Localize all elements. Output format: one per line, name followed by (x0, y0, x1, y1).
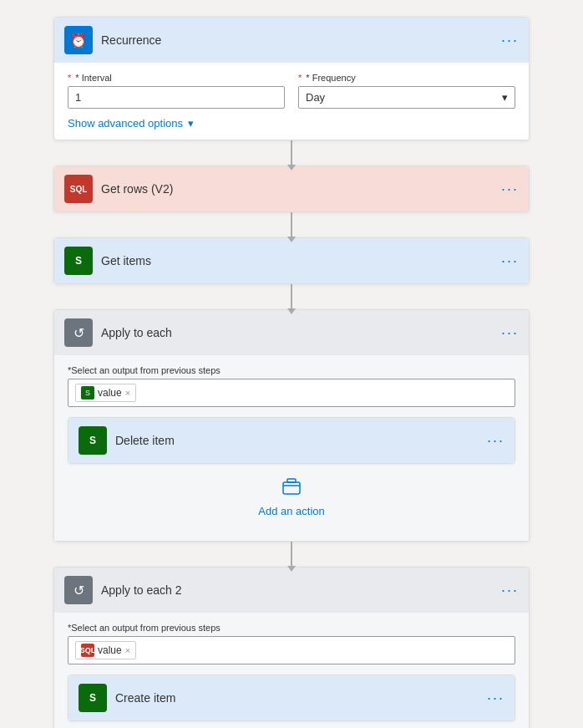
frequency-select[interactable]: Day ▾ (298, 86, 515, 109)
apply-each-header: ↺ Apply to each ··· (54, 310, 529, 355)
create-item-icon: S (79, 684, 107, 712)
svg-rect-2 (287, 479, 296, 482)
get-items-title: Get items (101, 254, 493, 267)
token-remove-1[interactable]: × (125, 388, 130, 398)
show-advanced-toggle[interactable]: Show advanced options ▾ (68, 117, 515, 130)
recurrence-icon: ⏰ (64, 26, 93, 54)
get-rows-icon: SQL (64, 175, 93, 203)
frequency-required: * (298, 73, 302, 83)
apply-each2-body: *Select an output from previous steps SQ… (54, 613, 529, 728)
recurrence-card: ⏰ Recurrence ··· * * Interval * * Freque… (53, 17, 530, 140)
get-rows-title: Get rows (V2) (101, 182, 493, 196)
select-output-label: *Select an output from previous steps (68, 365, 515, 375)
recurrence-header: ⏰ Recurrence ··· (54, 18, 529, 63)
chevron-down-icon: ▾ (188, 117, 194, 130)
connector-3 (291, 284, 292, 309)
connector-4 (291, 542, 292, 567)
apply-each-body: *Select an output from previous steps S … (54, 355, 529, 541)
apply-each2-card: ↺ Apply to each 2 ··· *Select an output … (53, 567, 530, 728)
frequency-label: * * Frequency (298, 73, 515, 83)
interval-label: * * Interval (68, 73, 285, 83)
create-item-title: Create item (115, 691, 479, 705)
delete-item-menu[interactable]: ··· (487, 432, 504, 450)
add-action-button[interactable]: Add an action (68, 464, 515, 531)
connector-1 (291, 140, 292, 165)
apply-each2-header: ↺ Apply to each 2 ··· (54, 568, 529, 613)
apply-each2-menu[interactable]: ··· (501, 582, 519, 599)
create-item-header: S Create item ··· (68, 675, 515, 720)
show-advanced-label: Show advanced options (68, 117, 183, 130)
get-rows-card: SQL Get rows (V2) ··· (53, 165, 530, 212)
token-input-2[interactable]: SQL value × (68, 636, 515, 664)
create-item-menu[interactable]: ··· (487, 690, 504, 707)
value-token-2: SQL value × (75, 641, 136, 659)
delete-item-card: S Delete item ··· (68, 417, 515, 464)
get-rows-header: SQL Get rows (V2) ··· (54, 166, 529, 211)
apply-each-icon: ↺ (64, 318, 93, 347)
create-item-card: S Create item ··· (68, 675, 515, 721)
apply-each2-title: Apply to each 2 (101, 583, 493, 597)
apply-each2-icon: ↺ (64, 576, 93, 604)
recurrence-fields: * * Interval * * Frequency Day ▾ (68, 73, 515, 109)
delete-item-title: Delete item (115, 434, 479, 447)
interval-required: * (68, 73, 71, 83)
select-output2-label: *Select an output from previous steps (68, 623, 515, 633)
get-items-icon: S (64, 247, 93, 275)
token-remove-2[interactable]: × (125, 645, 130, 655)
interval-group: * * Interval (68, 73, 285, 109)
token-icon-2: SQL (81, 644, 94, 657)
recurrence-menu[interactable]: ··· (501, 32, 519, 49)
add-action-icon (281, 477, 302, 501)
svg-rect-0 (283, 482, 300, 494)
delete-item-icon: S (79, 426, 107, 455)
delete-item-header: S Delete item ··· (68, 418, 515, 463)
get-items-menu[interactable]: ··· (501, 252, 519, 270)
get-items-header: S Get items ··· (54, 238, 529, 283)
recurrence-body: * * Interval * * Frequency Day ▾ (54, 63, 529, 140)
token-input-1[interactable]: S value × (68, 379, 515, 407)
apply-each-title: Apply to each (101, 326, 493, 339)
get-items-card: S Get items ··· (53, 237, 530, 284)
apply-each-menu[interactable]: ··· (501, 324, 519, 342)
get-rows-menu[interactable]: ··· (501, 181, 519, 198)
value-token-1: S value × (75, 384, 136, 402)
add-action-label: Add an action (258, 505, 325, 517)
chevron-down-icon: ▾ (502, 91, 508, 104)
frequency-group: * * Frequency Day ▾ (298, 73, 515, 109)
connector-2 (291, 212, 292, 237)
interval-input[interactable] (68, 86, 285, 109)
apply-each-card: ↺ Apply to each ··· *Select an output fr… (53, 309, 530, 542)
token-label-2: value (98, 644, 122, 656)
token-label-1: value (98, 387, 122, 399)
token-icon-1: S (81, 386, 94, 400)
recurrence-title: Recurrence (101, 33, 493, 47)
